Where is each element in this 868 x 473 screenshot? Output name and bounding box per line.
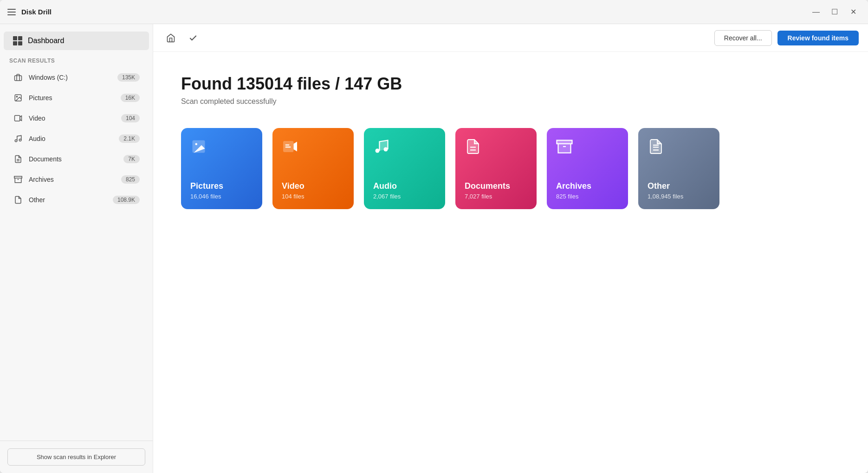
sidebar-item-windows[interactable]: Windows (C:) 135K [4, 68, 149, 87]
main-content: Found 135014 files / 147 GB Scan complet… [153, 52, 868, 473]
svg-rect-3 [15, 115, 20, 121]
hamburger-menu-icon[interactable] [7, 9, 16, 15]
svg-rect-16 [285, 147, 291, 147]
category-cards: Pictures 16,046 files [181, 128, 840, 209]
archives-icon [13, 174, 23, 185]
card-documents[interactable]: Documents 7,027 files [455, 128, 537, 209]
sidebar-windows-label: Windows (C:) [29, 74, 112, 81]
video-card-icon [282, 138, 344, 159]
dashboard-grid-icon [13, 36, 22, 45]
documents-card-icon [465, 138, 527, 159]
scan-status: Scan completed successfully [181, 97, 840, 106]
pictures-icon [13, 93, 23, 103]
video-card-label: Video [282, 181, 344, 191]
sidebar-item-video[interactable]: Video 104 [4, 109, 149, 128]
sidebar-pictures-count: 16K [121, 94, 140, 102]
archives-card-label: Archives [556, 181, 619, 191]
dashboard-label: Dashboard [28, 37, 64, 45]
found-title: Found 135014 files / 147 GB [181, 74, 840, 94]
svg-point-6 [19, 139, 21, 141]
maximize-button[interactable]: ☐ [827, 5, 842, 19]
sidebar-pictures-label: Pictures [29, 94, 115, 102]
svg-rect-15 [285, 145, 290, 146]
sidebar-footer: Show scan results in Explorer [0, 441, 153, 473]
sidebar-other-label: Other [29, 196, 107, 204]
video-card-count: 104 files [282, 193, 344, 200]
sidebar-item-other[interactable]: Other 108.9K [4, 190, 149, 210]
sidebar-video-label: Video [29, 115, 116, 122]
content-area: Recover all... Review found items Found … [153, 24, 868, 473]
svg-rect-9 [14, 176, 22, 178]
sidebar-nav: Dashboard Scan results Windows (C:) 135K [0, 24, 153, 216]
svg-marker-14 [294, 142, 298, 152]
documents-card-label: Documents [465, 181, 527, 191]
sidebar-archives-label: Archives [29, 176, 116, 183]
card-video[interactable]: Video 104 files [272, 128, 354, 209]
svg-point-2 [16, 96, 17, 97]
documents-card-info: Documents 7,027 files [465, 181, 527, 200]
video-icon [13, 113, 23, 123]
pictures-card-label: Pictures [190, 181, 253, 191]
svg-rect-0 [15, 76, 22, 81]
video-card-info: Video 104 files [282, 181, 344, 200]
recover-all-button[interactable]: Recover all... [714, 30, 772, 46]
card-pictures[interactable]: Pictures 16,046 files [181, 128, 262, 209]
audio-card-count: 2,067 files [373, 193, 436, 200]
hdd-icon [13, 72, 23, 83]
app-title: Disk Drill [21, 8, 52, 16]
card-archives[interactable]: Archives 825 files [547, 128, 628, 209]
audio-card-icon [373, 138, 436, 159]
sidebar: Dashboard Scan results Windows (C:) 135K [0, 24, 153, 473]
archives-card-count: 825 files [556, 193, 619, 200]
window-controls: — ☐ ✕ [809, 5, 861, 19]
documents-card-count: 7,027 files [465, 193, 527, 200]
sidebar-item-dashboard[interactable]: Dashboard [4, 32, 149, 50]
archives-card-icon [556, 138, 619, 159]
sidebar-item-audio[interactable]: Audio 2.1K [4, 129, 149, 148]
other-card-label: Other [648, 181, 710, 191]
other-card-info: Other 1,08,945 files [648, 181, 710, 200]
sidebar-item-archives[interactable]: Archives 825 [4, 170, 149, 189]
documents-icon [13, 154, 23, 164]
app-window: Disk Drill — ☐ ✕ Dashboard Scan results [0, 0, 868, 473]
svg-point-18 [384, 147, 388, 152]
scan-results-label: Scan results [0, 52, 153, 67]
pictures-card-info: Pictures 16,046 files [190, 181, 253, 200]
audio-card-info: Audio 2,067 files [373, 181, 436, 200]
sidebar-windows-count: 135K [117, 73, 140, 82]
checkmark-button[interactable] [185, 30, 201, 46]
show-explorer-button[interactable]: Show scan results in Explorer [7, 448, 145, 466]
sidebar-video-count: 104 [121, 114, 140, 122]
close-button[interactable]: ✕ [846, 5, 861, 19]
sidebar-documents-label: Documents [29, 155, 118, 163]
svg-point-5 [15, 140, 17, 142]
toolbar: Recover all... Review found items [153, 24, 868, 52]
main-layout: Dashboard Scan results Windows (C:) 135K [0, 24, 868, 473]
other-icon [13, 195, 23, 205]
sidebar-archives-count: 825 [121, 175, 140, 184]
title-bar-left: Disk Drill [7, 8, 52, 16]
review-found-items-button[interactable]: Review found items [777, 31, 859, 45]
audio-card-label: Audio [373, 181, 436, 191]
sidebar-audio-label: Audio [29, 135, 113, 142]
audio-icon [13, 134, 23, 144]
svg-rect-21 [557, 141, 572, 144]
card-audio[interactable]: Audio 2,067 files [364, 128, 445, 209]
card-other[interactable]: Other 1,08,945 files [638, 128, 719, 209]
other-card-count: 1,08,945 files [648, 193, 710, 200]
svg-marker-4 [20, 116, 22, 121]
sidebar-other-count: 108.9K [113, 196, 140, 204]
title-bar: Disk Drill — ☐ ✕ [0, 0, 868, 24]
sidebar-item-pictures[interactable]: Pictures 16K [4, 88, 149, 108]
archives-card-info: Archives 825 files [556, 181, 619, 200]
sidebar-documents-count: 7K [123, 155, 140, 163]
minimize-button[interactable]: — [809, 5, 823, 19]
home-button[interactable] [162, 30, 179, 46]
other-card-icon [648, 138, 710, 159]
svg-point-12 [195, 143, 198, 146]
pictures-card-icon [190, 138, 253, 159]
svg-point-17 [376, 149, 380, 153]
pictures-card-count: 16,046 files [190, 193, 253, 200]
sidebar-audio-count: 2.1K [119, 134, 140, 143]
sidebar-item-documents[interactable]: Documents 7K [4, 149, 149, 169]
